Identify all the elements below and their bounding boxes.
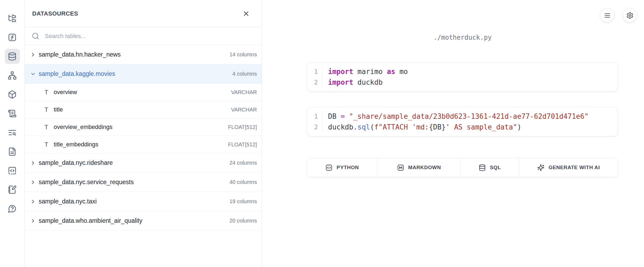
cells-container: 12import marimo as moimport duckdb12DB =…: [307, 62, 618, 136]
datasources-icon: [8, 52, 17, 61]
code-cell[interactable]: 12DB = "_share/sample_data/23b0d623-1361…: [307, 107, 618, 136]
column-row[interactable]: TtitleVARCHAR: [25, 101, 262, 118]
file-explorer-icon: [8, 14, 17, 23]
add-cell-markdown-button[interactable]: MARKDOWN: [377, 158, 461, 177]
table-name: sample_data.kaggle.movies: [39, 70, 229, 77]
close-panel-button[interactable]: [241, 9, 251, 18]
rail-item-dependencies[interactable]: [5, 68, 20, 83]
table-columns-badge: 24 columns: [230, 160, 257, 166]
top-actions: [600, 8, 637, 23]
add-cell-generate-with-ai-button[interactable]: GENERATE WITH AI: [519, 158, 618, 177]
panel-title: DATASOURCES: [32, 10, 78, 17]
settings-icon: [626, 12, 634, 19]
notebook-content: ./motherduck.py 12import marimo as moimp…: [307, 34, 618, 177]
outline-icon: [8, 109, 17, 118]
chevron-right-icon: [30, 199, 36, 205]
code-line: duckdb.sql(f"ATTACH 'md:{DB}' AS sample_…: [328, 122, 618, 132]
table-columns-badge: 20 columns: [230, 218, 257, 224]
search-icon: [32, 32, 39, 40]
chevron-down-icon: [30, 71, 36, 77]
rail-item-outline[interactable]: [5, 106, 20, 121]
documentation-icon: [8, 147, 17, 156]
table-name: sample_data.nyc.rideshare: [39, 159, 226, 166]
notebook-filename: ./motherduck.py: [307, 34, 618, 42]
table-row[interactable]: sample_data.nyc.rideshare24 columns: [25, 153, 262, 173]
logs-icon: [8, 128, 17, 137]
add-cell-button-label: GENERATE WITH AI: [548, 165, 600, 170]
panel-header: DATASOURCES: [25, 0, 262, 27]
table-row[interactable]: sample_data.kaggle.movies4 columns: [25, 64, 262, 84]
add-cell-python-button[interactable]: PYTHON: [307, 158, 377, 177]
column-type-text-icon: T: [45, 106, 54, 113]
column-name: title_embeddings: [54, 141, 225, 148]
add-cell-button-label: PYTHON: [337, 165, 359, 170]
chevron-right-icon: [30, 160, 36, 166]
rail-item-file-explorer[interactable]: [5, 11, 20, 26]
table-name: sample_data.who.ambient_air_quality: [39, 217, 226, 224]
add-cell-sql-button[interactable]: SQL: [461, 158, 519, 177]
rail-item-snippets[interactable]: [5, 163, 20, 178]
help-icon: [8, 204, 17, 213]
scratchpad-icon: [8, 185, 17, 194]
table-row[interactable]: sample_data.nyc.service_requests40 colum…: [25, 173, 262, 192]
square-m-icon: [397, 164, 404, 171]
column-type-text-icon: T: [45, 124, 54, 131]
chevron-right-icon: [30, 52, 36, 58]
snippets-icon: [8, 166, 17, 175]
dependencies-icon: [8, 71, 17, 80]
rail-item-help[interactable]: [5, 201, 20, 216]
column-row[interactable]: ToverviewVARCHAR: [25, 84, 262, 101]
table-name: sample_data.nyc.service_requests: [39, 179, 226, 186]
column-type: VARCHAR: [231, 89, 257, 95]
add-cell-button-label: MARKDOWN: [408, 165, 441, 170]
search-tables-input[interactable]: [44, 32, 255, 40]
line-number: 2: [307, 77, 318, 88]
line-number: 2: [307, 122, 318, 132]
menu-button[interactable]: [600, 8, 614, 23]
square-code-icon: [325, 164, 333, 171]
table-row[interactable]: sample_data.hn.hacker_news14 columns: [25, 45, 262, 64]
code-line: import marimo as mo: [328, 66, 618, 77]
column-row[interactable]: Ttitle_embeddingsFLOAT[512]: [25, 136, 262, 153]
table-name: sample_data.hn.hacker_news: [39, 51, 226, 58]
table-row[interactable]: sample_data.nyc.taxi19 columns: [25, 192, 262, 211]
rail-item-scratchpad[interactable]: [5, 182, 20, 197]
table-columns-badge: 4 columns: [232, 71, 257, 77]
chevron-right-icon: [30, 179, 36, 185]
column-name: title: [54, 106, 228, 113]
add-cell-button-label: SQL: [490, 165, 501, 170]
column-name: overview: [54, 89, 228, 96]
code-cell[interactable]: 12import marimo as moimport duckdb: [307, 62, 618, 92]
rail-item-logs[interactable]: [5, 125, 20, 140]
table-row[interactable]: sample_data.who.ambient_air_quality20 co…: [25, 211, 262, 231]
settings-button[interactable]: [623, 8, 637, 23]
column-row[interactable]: Toverview_embeddingsFLOAT[512]: [25, 118, 262, 136]
code-editor[interactable]: DB = "_share/sample_data/23b0d623-1361-4…: [322, 111, 618, 132]
table-columns-badge: 19 columns: [230, 198, 257, 205]
variables-icon: [8, 33, 17, 42]
table-columns-badge: 14 columns: [230, 51, 257, 58]
line-number-gutter: 12: [307, 111, 322, 132]
rail-item-documentation[interactable]: [5, 144, 20, 159]
search-row: [25, 27, 262, 45]
code-line: DB = "_share/sample_data/23b0d623-1361-4…: [328, 111, 618, 122]
column-type: VARCHAR: [231, 107, 257, 113]
packages-icon: [8, 90, 17, 99]
line-number-gutter: 12: [307, 66, 322, 88]
line-number: 1: [307, 66, 318, 77]
column-name: overview_embeddings: [54, 124, 225, 131]
chevron-right-icon: [30, 218, 36, 224]
sparkles-icon: [537, 164, 544, 171]
table-name: sample_data.nyc.taxi: [39, 198, 226, 205]
datasources-panel: DATASOURCES sample_data.hn.hacker_news14…: [25, 0, 262, 267]
add-cell-bar: PYTHONMARKDOWNSQLGENERATE WITH AI: [307, 158, 618, 177]
rail-item-datasources[interactable]: [5, 49, 20, 64]
close-icon: [242, 10, 250, 17]
menu-icon: [604, 12, 611, 19]
rail-item-packages[interactable]: [5, 87, 20, 102]
table-list: sample_data.hn.hacker_news14 columnssamp…: [25, 45, 262, 267]
column-type: FLOAT[512]: [228, 124, 257, 130]
rail-item-variables[interactable]: [5, 30, 20, 45]
column-type: FLOAT[512]: [228, 142, 257, 148]
code-editor[interactable]: import marimo as moimport duckdb: [322, 66, 618, 88]
